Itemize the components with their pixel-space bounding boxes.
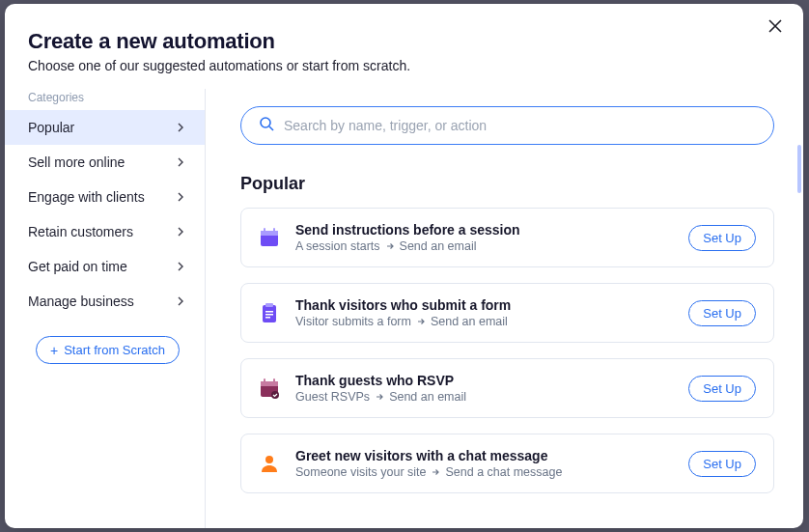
chevron-right-icon: [176, 192, 185, 202]
categories-label: Categories: [5, 91, 205, 110]
arrow-right-icon: [417, 315, 425, 328]
sidebar-item-label: Engage with clients: [28, 189, 145, 205]
section-title: Popular: [240, 174, 774, 194]
svg-point-15: [265, 456, 273, 463]
card-title: Thank guests who RSVP: [295, 373, 673, 388]
main-panel: Popular Send instructions before a sessi…: [205, 89, 803, 528]
sidebar-item-popular[interactable]: Popular: [5, 110, 205, 145]
card-subtitle: Guest RSVPs Send an email: [295, 390, 673, 404]
svg-rect-4: [273, 228, 275, 232]
setup-button[interactable]: Set Up: [688, 225, 756, 251]
sidebar-item-sell-more-online[interactable]: Sell more online: [5, 145, 205, 180]
trigger-text: Guest RSVPs: [295, 390, 370, 404]
automation-card: Greet new visitors with a chat message S…: [240, 434, 774, 493]
search-field[interactable]: [284, 118, 756, 133]
arrow-right-icon: [386, 239, 394, 253]
automation-card: Thank guests who RSVP Guest RSVPs Send a…: [240, 358, 774, 418]
action-text: Send an email: [389, 390, 466, 404]
trigger-text: A session starts: [295, 239, 380, 253]
card-subtitle: Visitor submits a form Send an email: [295, 315, 673, 328]
setup-button[interactable]: Set Up: [688, 300, 756, 326]
arrow-right-icon: [432, 465, 439, 479]
card-subtitle: A session starts Send an email: [295, 239, 673, 253]
scratch-label: Start from Scratch: [64, 343, 165, 357]
svg-rect-8: [265, 314, 273, 316]
sidebar-item-manage-business[interactable]: Manage business: [5, 284, 205, 319]
modal-subtitle: Choose one of our suggested automations …: [28, 58, 780, 73]
chevron-right-icon: [176, 227, 185, 237]
sidebar-item-label: Popular: [28, 120, 74, 135]
trigger-text: Someone visits your site: [295, 465, 426, 479]
card-subtitle: Someone visits your site Send a chat mes…: [295, 465, 673, 479]
sidebar-item-label: Manage business: [28, 294, 134, 309]
svg-rect-11: [261, 381, 278, 386]
chevron-right-icon: [176, 296, 185, 306]
card-title: Greet new visitors with a chat message: [295, 448, 673, 463]
svg-rect-6: [265, 303, 273, 307]
scrollbar-thumb[interactable]: [797, 145, 801, 193]
setup-button[interactable]: Set Up: [688, 376, 756, 402]
calendar-icon: [259, 227, 280, 248]
setup-button[interactable]: Set Up: [688, 451, 756, 477]
plus-icon: +: [50, 344, 58, 357]
sidebar-item-engage-with-clients[interactable]: Engage with clients: [5, 180, 205, 214]
svg-rect-12: [264, 378, 265, 382]
svg-rect-13: [273, 378, 275, 382]
search-icon: [259, 116, 274, 135]
automation-card: Send instructions before a session A ses…: [240, 208, 774, 267]
sidebar-item-get-paid-on-time[interactable]: Get paid on time: [5, 249, 205, 284]
modal-title: Create a new automation: [28, 29, 780, 54]
svg-point-0: [261, 118, 270, 127]
arrow-right-icon: [376, 390, 383, 404]
chevron-right-icon: [176, 262, 185, 271]
sidebar-item-label: Retain customers: [28, 224, 133, 239]
svg-rect-9: [265, 317, 270, 319]
clipboard-icon: [259, 302, 280, 323]
modal-header: Create a new automation Choose one of ou…: [5, 4, 803, 89]
svg-rect-3: [264, 228, 265, 232]
calendar-check-icon: [259, 378, 280, 399]
automation-modal: Create a new automation Choose one of ou…: [5, 4, 803, 528]
sidebar-item-retain-customers[interactable]: Retain customers: [5, 214, 205, 249]
category-sidebar: Categories Popular Sell more online Enga…: [5, 89, 205, 528]
action-text: Send an email: [431, 315, 508, 328]
sidebar-item-label: Get paid on time: [28, 259, 127, 274]
search-input[interactable]: [240, 106, 774, 145]
chevron-right-icon: [176, 157, 185, 167]
card-title: Send instructions before a session: [295, 222, 673, 238]
start-from-scratch-button[interactable]: + Start from Scratch: [36, 336, 180, 364]
automation-card: Thank visitors who submit a form Visitor…: [240, 283, 774, 343]
svg-rect-2: [261, 231, 278, 236]
action-text: Send a chat message: [445, 465, 562, 479]
close-icon[interactable]: [768, 19, 786, 37]
chevron-right-icon: [176, 123, 185, 132]
svg-point-14: [271, 391, 279, 399]
trigger-text: Visitor submits a form: [295, 315, 411, 328]
svg-rect-7: [265, 311, 273, 313]
person-icon: [259, 453, 280, 474]
sidebar-item-label: Sell more online: [28, 154, 125, 170]
action-text: Send an email: [400, 239, 477, 253]
card-title: Thank visitors who submit a form: [295, 297, 673, 313]
